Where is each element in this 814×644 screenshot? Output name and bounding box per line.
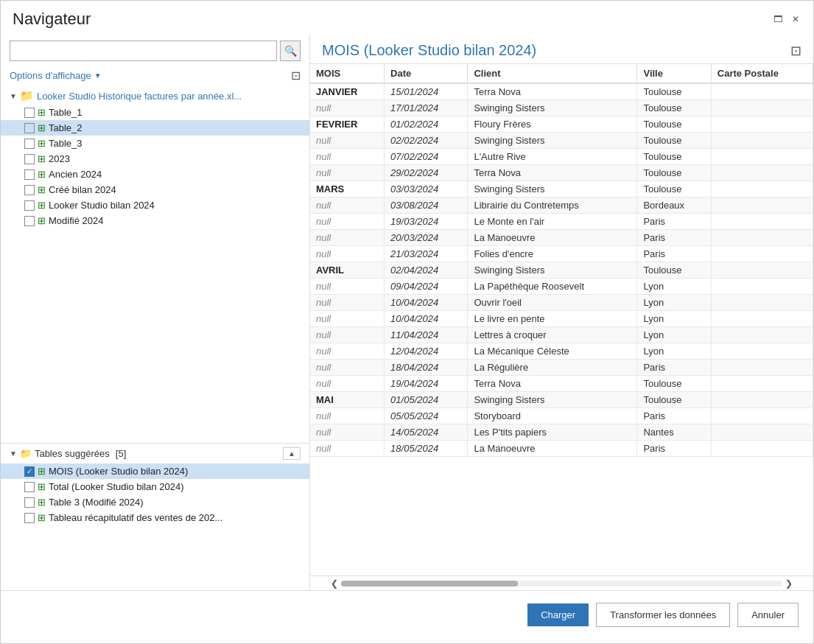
options-extra-icon[interactable]: ⊡ (291, 69, 301, 83)
cell-date: 07/02/2024 (385, 149, 468, 165)
cell-ville: Toulouse (637, 83, 711, 100)
table-row: null07/02/2024L'Autre RiveToulouse (310, 149, 813, 165)
cell-cp (711, 133, 813, 149)
root-folder[interactable]: ▼ 📁 Looker Studio Historique factures pa… (1, 87, 309, 105)
tree-item-table2[interactable]: ⊞ Table_2 (1, 120, 309, 136)
search-input[interactable] (10, 41, 277, 61)
cell-mois: AVRIL (310, 262, 385, 279)
cell-mois: null (310, 149, 385, 165)
cell-client: Floury Frères (468, 116, 637, 133)
annuler-button[interactable]: Annuler (737, 603, 799, 627)
cell-date: 29/02/2024 (385, 165, 468, 181)
preview-export-icon[interactable]: ⊡ (790, 43, 801, 59)
options-arrow-icon: ▼ (94, 71, 102, 80)
checkbox-table3mod[interactable] (24, 497, 35, 508)
tree-area: ▼ 📁 Looker Studio Historique factures pa… (1, 87, 309, 443)
cell-mois: null (310, 311, 385, 327)
cell-mois: null (310, 100, 385, 116)
table-icon-cree2024: ⊞ (38, 184, 46, 195)
suggested-item-total[interactable]: ⊞ Total (Looker Studio bilan 2024) (1, 479, 309, 494)
tree-item-2023[interactable]: ⊞ 2023 (1, 151, 309, 167)
table-row: AVRIL02/04/2024Swinging SistersToulouse (310, 262, 813, 279)
bottom-bar: Charger Transformer les données Annuler (1, 590, 813, 638)
suggested-section: ▼ 📁 Tables suggérées [5] ▲ ✓ ⊞ MOIS (Loo… (1, 443, 309, 590)
checkbox-table2[interactable] (24, 123, 35, 133)
cell-ville: Toulouse (637, 100, 711, 116)
tree-item-cree2024[interactable]: ⊞ Créé bilan 2024 (1, 182, 309, 197)
cell-mois: FEVRIER (310, 116, 385, 133)
table-icon-2023: ⊞ (38, 153, 46, 164)
suggested-item-table3mod[interactable]: ⊞ Table 3 (Modifié 2024) (1, 494, 309, 510)
cell-date: 02/02/2024 (385, 133, 468, 149)
table-row: null14/05/2024Les P'tits papiersNantes (310, 424, 813, 441)
checkbox-table3[interactable] (24, 139, 35, 149)
tree-item-modif2024[interactable]: ⊞ Modifié 2024 (1, 213, 309, 228)
cell-cp (711, 360, 813, 376)
tree-item-looker2024[interactable]: ⊞ Looker Studio bilan 2024 (1, 197, 309, 213)
cell-client: Librairie du Contretemps (468, 197, 637, 214)
scroll-left-button[interactable]: ❮ (328, 578, 341, 589)
cell-client: Terra Nova (468, 376, 637, 392)
checkbox-tableau[interactable] (24, 513, 35, 523)
cell-client: Les P'tits papiers (468, 424, 637, 441)
label-table1: Table_1 (49, 107, 83, 118)
scroll-up-btn[interactable]: ▲ (283, 447, 301, 460)
cell-cp (711, 83, 813, 100)
cell-mois: null (310, 279, 385, 295)
cell-cp (711, 262, 813, 279)
minimize-button[interactable]: 🗖 (772, 13, 784, 25)
tree-item-table3[interactable]: ⊞ Table_3 (1, 136, 309, 151)
table-icon-table1: ⊞ (38, 107, 46, 118)
table-icon-table2: ⊞ (38, 122, 46, 133)
right-panel: MOIS (Looker Studio bilan 2024) ⊡ MOIS D… (310, 35, 813, 590)
horizontal-scrollbar[interactable]: ❮ ❯ (310, 575, 813, 590)
checkbox-ancien2024[interactable] (24, 169, 35, 180)
options-display-button[interactable]: Options d'affichage ▼ (10, 70, 102, 81)
table-scroll-area[interactable]: MOIS Date Client Ville Carte Postale JAN… (310, 64, 813, 575)
cell-client: Terra Nova (468, 165, 637, 181)
options-bar: Options d'affichage ▼ ⊡ (1, 67, 309, 87)
checkbox-modif2024[interactable] (24, 216, 35, 226)
scroll-thumb[interactable] (341, 581, 518, 587)
table-row: FEVRIER01/02/2024Floury FrèresToulouse (310, 116, 813, 133)
cell-client: La Manoeuvre (468, 230, 637, 246)
cell-cp (711, 214, 813, 230)
cell-client: La Régulière (468, 360, 637, 376)
cell-mois: null (310, 197, 385, 214)
charger-button[interactable]: Charger (527, 603, 589, 626)
cell-date: 03/03/2024 (385, 181, 468, 197)
cell-date: 02/04/2024 (385, 262, 468, 279)
cell-ville: Toulouse (637, 181, 711, 197)
checkbox-table1[interactable] (24, 108, 35, 118)
cell-client: La Papéthèque Roosevelt (468, 279, 637, 295)
root-folder-label: Looker Studio Historique factures par an… (37, 91, 242, 102)
window-title: Navigateur (13, 10, 91, 29)
checkbox-looker2024[interactable] (24, 200, 35, 211)
tree-item-ancien2024[interactable]: ⊞ Ancien 2024 (1, 167, 309, 182)
cell-ville: Toulouse (637, 165, 711, 181)
scroll-track[interactable] (341, 581, 782, 587)
scroll-right-button[interactable]: ❯ (782, 578, 796, 589)
checkbox-cree2024[interactable] (24, 185, 35, 195)
suggested-item-tableau[interactable]: ⊞ Tableau récapitulatif des ventes de 20… (1, 510, 309, 525)
cell-cp (711, 327, 813, 343)
cell-date: 03/08/2024 (385, 197, 468, 214)
cell-ville: Paris (637, 408, 711, 424)
cell-mois: null (310, 214, 385, 230)
label-ancien2024: Ancien 2024 (49, 169, 102, 180)
cell-cp (711, 181, 813, 197)
suggested-folder[interactable]: ▼ 📁 Tables suggérées [5] ▲ (1, 444, 309, 463)
checkbox-mois[interactable]: ✓ (24, 466, 35, 477)
tree-item-table1[interactable]: ⊞ Table_1 (1, 105, 309, 120)
cell-date: 10/04/2024 (385, 295, 468, 311)
checkbox-total[interactable] (24, 482, 35, 492)
cell-mois: null (310, 295, 385, 311)
table-row: null10/04/2024Le livre en penteLyon (310, 311, 813, 327)
cell-cp (711, 392, 813, 408)
suggested-item-mois[interactable]: ✓ ⊞ MOIS (Looker Studio bilan 2024) (1, 463, 309, 479)
checkbox-2023[interactable] (24, 154, 35, 164)
main-layout: 🔍 Options d'affichage ▼ ⊡ ▼ 📁 Looker Stu… (1, 35, 813, 590)
transformer-button[interactable]: Transformer les données (596, 603, 730, 627)
close-button[interactable]: ✕ (790, 13, 801, 25)
search-button[interactable]: 🔍 (280, 41, 301, 61)
